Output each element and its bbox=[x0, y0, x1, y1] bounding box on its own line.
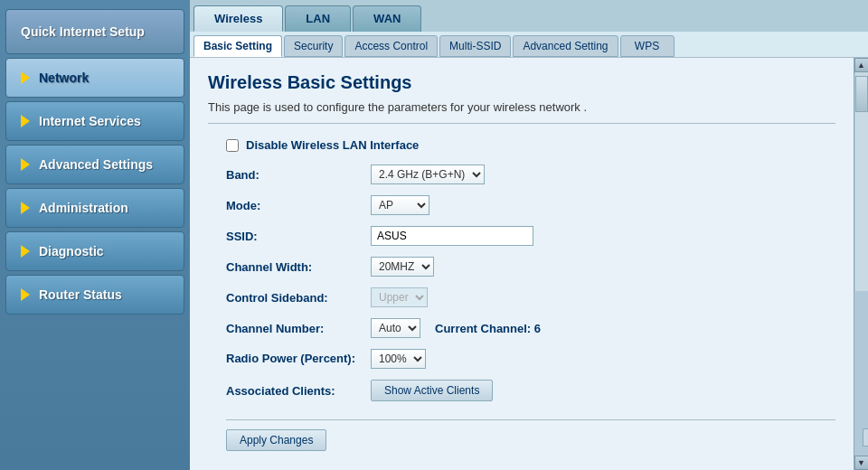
form-section: Disable Wireless LAN Interface Band: 2.4… bbox=[208, 138, 835, 451]
scrollbar-thumb-lower[interactable] bbox=[863, 428, 869, 446]
channel-number-row: Channel Number: Auto 1234 5678 91011 Cur… bbox=[226, 318, 835, 338]
ssid-label: SSID: bbox=[226, 230, 371, 243]
sidebar-item-internet-services[interactable]: Internet Services bbox=[5, 101, 184, 141]
apply-changes-button[interactable]: Apply Changes bbox=[226, 429, 326, 451]
subtab-multi-ssid[interactable]: Multi-SSID bbox=[439, 35, 511, 57]
band-row: Band: 2.4 GHz (B+G+N) bbox=[226, 164, 835, 184]
sidebar-item-label: Router Status bbox=[39, 287, 122, 302]
sidebar-item-administration[interactable]: Administration bbox=[5, 188, 184, 228]
subtab-access-control[interactable]: Access Control bbox=[344, 35, 438, 57]
ssid-input[interactable] bbox=[371, 226, 533, 246]
sidebar-item-diagnostic[interactable]: Diagnostic bbox=[5, 231, 184, 271]
mode-row: Mode: AP Client WDS Hybrid bbox=[226, 195, 835, 215]
channel-number-select[interactable]: Auto 1234 5678 91011 bbox=[371, 318, 420, 338]
disable-wireless-checkbox[interactable] bbox=[226, 139, 239, 152]
page-title: Wireless Basic Settings bbox=[208, 72, 835, 93]
sidebar-item-router-status[interactable]: Router Status bbox=[5, 275, 184, 315]
tab-lan[interactable]: LAN bbox=[285, 5, 351, 32]
control-sideband-select[interactable]: Upper Lower bbox=[371, 287, 428, 307]
channel-width-select[interactable]: 20MHZ 40MHZ bbox=[371, 257, 434, 277]
band-control: 2.4 GHz (B+G+N) bbox=[371, 164, 485, 184]
ssid-row: SSID: bbox=[226, 226, 835, 246]
arrow-icon bbox=[21, 288, 30, 301]
show-active-clients-button[interactable]: Show Active Clients bbox=[371, 380, 493, 401]
control-sideband-control: Upper Lower bbox=[371, 287, 428, 307]
sidebar-item-label: Network bbox=[39, 70, 89, 85]
sidebar: Quick Internet Setup Network Internet Se… bbox=[0, 0, 190, 470]
channel-number-label: Channel Number: bbox=[226, 322, 371, 335]
subtab-security[interactable]: Security bbox=[284, 35, 343, 57]
tab-wireless[interactable]: Wireless bbox=[193, 5, 283, 32]
content-panel: Wireless Basic Settings This page is use… bbox=[190, 58, 854, 470]
arrow-icon bbox=[21, 158, 30, 171]
scrollbar-track[interactable] bbox=[855, 72, 868, 291]
disable-wireless-row: Disable Wireless LAN Interface bbox=[226, 138, 835, 152]
radio-power-control: 100% 90% 75% 50% 25% bbox=[371, 349, 426, 369]
control-sideband-label: Control Sideband: bbox=[226, 291, 371, 305]
content-area: Wireless Basic Settings This page is use… bbox=[190, 58, 868, 470]
main-content: Wireless LAN WAN Basic Setting Security … bbox=[190, 0, 868, 470]
band-select[interactable]: 2.4 GHz (B+G+N) bbox=[371, 164, 485, 184]
channel-number-control: Auto 1234 5678 91011 Current Channel: 6 bbox=[371, 318, 541, 338]
mode-label: Mode: bbox=[226, 199, 371, 212]
apply-row: Apply Changes bbox=[226, 419, 835, 451]
sidebar-item-label: Administration bbox=[39, 201, 128, 215]
associated-clients-label: Associated Clients: bbox=[226, 384, 371, 398]
arrow-icon bbox=[21, 245, 30, 258]
arrow-icon bbox=[21, 202, 30, 214]
top-tabs: Wireless LAN WAN bbox=[190, 0, 868, 32]
disable-wireless-label[interactable]: Disable Wireless LAN Interface bbox=[246, 138, 419, 152]
sidebar-item-label: Advanced Settings bbox=[39, 157, 153, 172]
scrollbar: ▲ ▼ bbox=[854, 58, 868, 470]
sidebar-item-quick-internet-setup[interactable]: Quick Internet Setup bbox=[5, 9, 184, 54]
channel-width-control: 20MHZ 40MHZ bbox=[371, 257, 434, 277]
radio-power-label: Radio Power (Percent): bbox=[226, 352, 371, 367]
subtab-advanced-setting[interactable]: Advanced Setting bbox=[513, 35, 618, 57]
sidebar-item-label: Quick Internet Setup bbox=[21, 24, 145, 39]
band-label: Band: bbox=[226, 168, 371, 182]
arrow-icon bbox=[21, 71, 30, 84]
page-description: This page is used to configure the param… bbox=[208, 100, 835, 124]
associated-clients-row: Associated Clients: Show Active Clients bbox=[226, 380, 835, 401]
radio-power-select[interactable]: 100% 90% 75% 50% 25% bbox=[371, 349, 426, 369]
tab-wan[interactable]: WAN bbox=[353, 5, 421, 32]
subtab-wps[interactable]: WPS bbox=[620, 35, 675, 57]
associated-clients-control: Show Active Clients bbox=[371, 380, 493, 401]
radio-power-row: Radio Power (Percent): 100% 90% 75% 50% … bbox=[226, 349, 835, 369]
sidebar-item-network[interactable]: Network bbox=[5, 58, 184, 98]
sidebar-item-label: Internet Services bbox=[39, 114, 141, 128]
control-sideband-row: Control Sideband: Upper Lower bbox=[226, 287, 835, 307]
scrollbar-thumb[interactable] bbox=[855, 76, 868, 112]
sidebar-item-advanced-settings[interactable]: Advanced Settings bbox=[5, 145, 184, 184]
mode-select[interactable]: AP Client WDS Hybrid bbox=[371, 195, 429, 215]
scrollbar-down-button[interactable]: ▼ bbox=[854, 456, 869, 470]
current-channel-label: Current Channel: 6 bbox=[435, 322, 541, 335]
channel-width-label: Channel Width: bbox=[226, 260, 371, 274]
mode-control: AP Client WDS Hybrid bbox=[371, 195, 429, 215]
subtab-basic-setting[interactable]: Basic Setting bbox=[193, 35, 282, 57]
ssid-control bbox=[371, 226, 533, 246]
sub-tabs: Basic Setting Security Access Control Mu… bbox=[190, 32, 868, 58]
channel-width-row: Channel Width: 20MHZ 40MHZ bbox=[226, 257, 835, 277]
sidebar-item-label: Diagnostic bbox=[39, 244, 104, 258]
scrollbar-up-button[interactable]: ▲ bbox=[854, 58, 869, 72]
arrow-icon bbox=[21, 115, 30, 127]
